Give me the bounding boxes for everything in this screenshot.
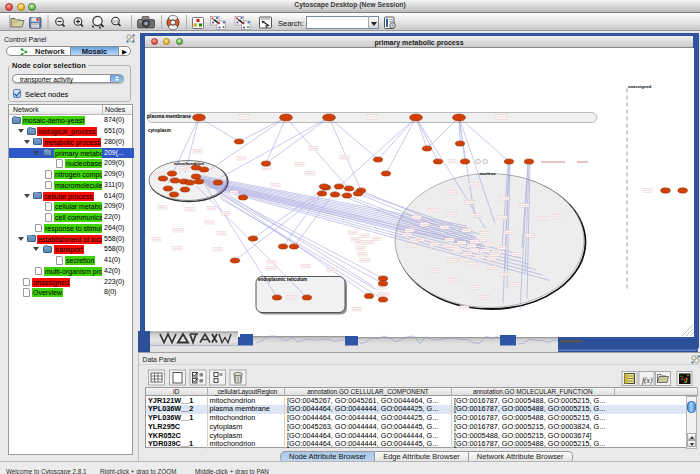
svg-text:mitochondrion: mitochondrion: [174, 160, 204, 165]
svg-text:cytoplasm: cytoplasm: [148, 127, 171, 132]
svg-text:unassigned: unassigned: [628, 83, 652, 88]
svg-text:plasma membrane: plasma membrane: [147, 113, 191, 119]
svg-text:endoplasmic reticulum: endoplasmic reticulum: [258, 277, 307, 282]
svg-text:nucleus: nucleus: [480, 170, 497, 175]
svg-text:f(x): f(x): [642, 376, 653, 385]
svg-text:1:1: 1:1: [113, 19, 119, 24]
